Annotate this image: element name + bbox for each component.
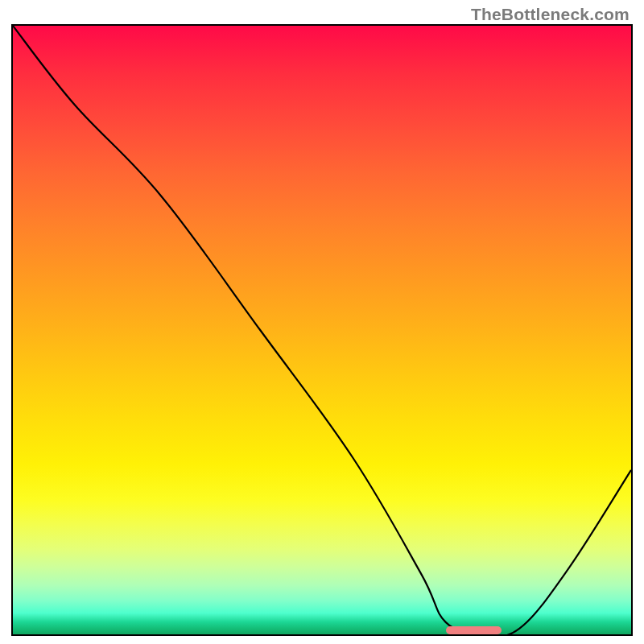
curve-path — [13, 26, 631, 634]
chart-frame — [11, 24, 633, 636]
minimum-marker — [446, 626, 502, 634]
bottleneck-curve — [13, 26, 631, 634]
watermark-text: TheBottleneck.com — [471, 5, 630, 24]
